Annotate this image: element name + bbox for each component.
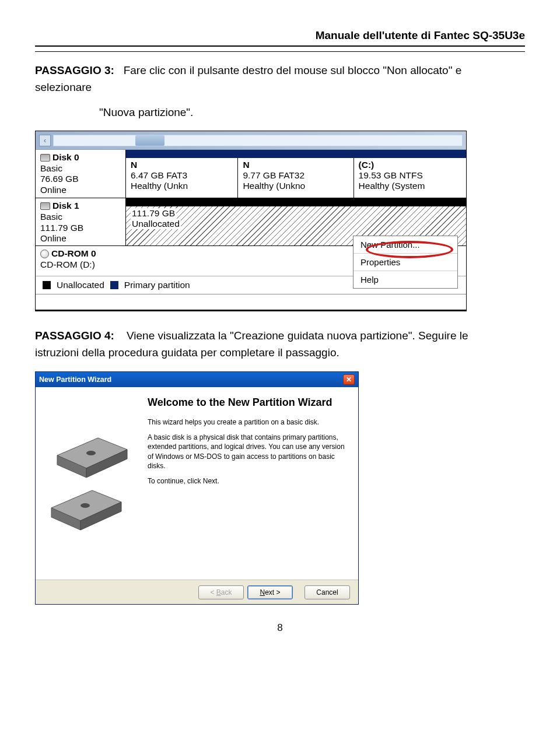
menu-item-properties[interactable]: Properties [354, 254, 457, 271]
context-menu: New Partition... Properties Help [353, 236, 458, 289]
wizard-p3: To continue, click Next. [148, 476, 345, 486]
part1-health: Healthy (Unkno [243, 181, 348, 191]
wizard-main: Welcome to the New Partition Wizard This… [141, 387, 358, 580]
dm-scrollbar-top: ‹ [36, 131, 466, 150]
disk1-row: Disk 1 Basic 111.79 GB Online 111.79 GB … [36, 198, 466, 246]
disk1-info: Disk 1 Basic 111.79 GB Online [36, 198, 126, 245]
disks-illustration-icon [44, 408, 132, 559]
scroll-thumb[interactable] [135, 135, 164, 146]
svg-point-8 [80, 503, 90, 508]
disk0-part-1[interactable]: N 9.77 GB FAT32 Healthy (Unkno [238, 158, 354, 198]
paragraph-step4: PASSAGGIO 4: Viene visualizzata la "Crea… [35, 328, 525, 361]
step3-text-b: selezionare [35, 81, 92, 93]
disk1-strip [126, 198, 466, 206]
cancel-button[interactable]: Cancel [304, 585, 350, 599]
disk1-unallocated[interactable]: 111.79 GB Unallocated New Partition... P… [126, 206, 466, 245]
close-icon[interactable]: ✕ [343, 374, 355, 385]
disk1-title: Disk 1 [52, 201, 79, 212]
disk0-info: Disk 0 Basic 76.69 GB Online [36, 150, 126, 198]
disk1-status: Online [40, 233, 121, 244]
disk0-status: Online [40, 185, 121, 196]
step3-text-a: Fare clic con il pulsante destro del mou… [124, 64, 462, 76]
part1-info: 9.77 GB FAT32 [243, 170, 348, 181]
header-rule-thin [35, 51, 525, 52]
legend-primary: Primary partition [124, 280, 190, 290]
wizard-side-graphic [36, 387, 141, 580]
cdrom-title: CD-ROM 0 [51, 248, 96, 259]
wizard-heading: Welcome to the New Partition Wizard [148, 396, 345, 409]
next-button[interactable]: Next > [247, 585, 293, 599]
svg-point-4 [86, 451, 96, 455]
disk0-strip [126, 150, 466, 158]
paragraph-step3: PASSAGGIO 3: Fare clic con il pulsante d… [35, 62, 525, 96]
disk0-type: Basic [40, 163, 121, 174]
wizard-title-text: New Partition Wizard [39, 375, 111, 384]
scroll-track[interactable] [53, 135, 463, 146]
disk0-part-0[interactable]: N 6.47 GB FAT3 Healthy (Unkn [126, 158, 238, 198]
wizard-p2: A basic disk is a physical disk that con… [148, 433, 345, 471]
legend-unallocated: Unallocated [57, 280, 104, 290]
legend-black-icon [43, 281, 51, 289]
step3-label: PASSAGGIO 3: [35, 64, 114, 76]
header-rule-thick [35, 45, 525, 47]
unalloc-size: 111.79 GB [131, 208, 176, 219]
menu-item-help[interactable]: Help [354, 271, 457, 288]
disk1-size: 111.79 GB [40, 223, 121, 234]
part2-health: Healthy (System [359, 181, 461, 191]
unalloc-text: Unallocated [131, 219, 181, 229]
part0-health: Healthy (Unkn [131, 181, 233, 191]
disk-icon [40, 154, 50, 162]
cdrom-info: CD-ROM 0 CD-ROM (D:) [36, 246, 126, 276]
part2-info: 19.53 GB NTFS [359, 170, 461, 181]
disk0-row: Disk 0 Basic 76.69 GB Online N 6.47 GB F… [36, 150, 466, 198]
new-partition-wizard-dialog: New Partition Wizard ✕ [35, 371, 359, 605]
cdrom-sub: CD-ROM (D:) [40, 259, 121, 271]
svg-rect-0 [44, 408, 132, 559]
part0-letter: N [131, 160, 233, 170]
wizard-body: Welcome to the New Partition Wizard This… [36, 387, 358, 580]
wizard-footer: < Back Next > Cancel [36, 580, 358, 604]
part2-letter: (C:) [359, 160, 461, 170]
page-number: 8 [35, 622, 525, 634]
disk0-title: Disk 0 [52, 152, 79, 163]
part0-info: 6.47 GB FAT3 [131, 170, 233, 181]
step3-text-c: "Nuova partizione". [99, 106, 525, 119]
step4-label: PASSAGGIO 4: [35, 329, 114, 342]
scroll-left-icon[interactable]: ‹ [39, 135, 51, 146]
dm-blank-row [36, 294, 466, 311]
wizard-p1: This wizard helps you create a partition… [148, 417, 345, 427]
disk0-part-2[interactable]: (C:) 19.53 GB NTFS Healthy (System [354, 158, 466, 198]
disk-icon [40, 202, 50, 210]
step4-text-b: istruzioni della procedura guidata per c… [35, 346, 340, 359]
back-button[interactable]: < Back [198, 585, 244, 599]
disk-management-screenshot: ‹ Disk 0 Basic 76.69 GB Online N 6.47 GB… [35, 131, 467, 311]
page-header: Manuale dell'utente di Fantec SQ-35U3e [35, 29, 525, 42]
legend-blue-icon [110, 281, 118, 289]
wizard-titlebar: New Partition Wizard ✕ [36, 372, 358, 387]
menu-item-new-partition[interactable]: New Partition... [354, 236, 457, 254]
part1-letter: N [243, 160, 348, 170]
disk1-type: Basic [40, 212, 121, 223]
cdrom-icon [40, 250, 49, 258]
disk0-size: 76.69 GB [40, 174, 121, 185]
step4-text-a: Viene visualizzata la "Creazione guidata… [127, 329, 468, 342]
